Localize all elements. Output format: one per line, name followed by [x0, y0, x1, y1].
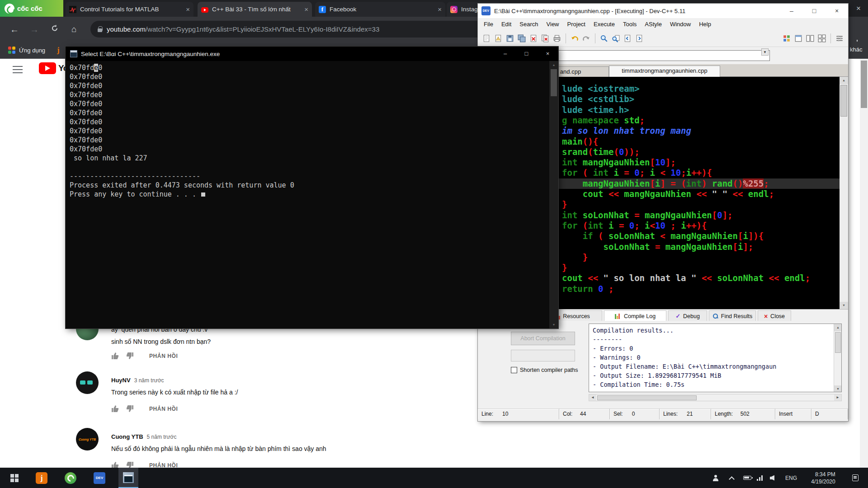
new-doc-icon[interactable] [481, 33, 492, 44]
tray-hidden-icons-chevron[interactable] [725, 468, 738, 488]
editor-tab-timmax[interactable]: timmaxtrongmangngaunhien.cpp [609, 66, 720, 77]
tab-close-icon[interactable]: × [438, 6, 442, 13]
menu-tools[interactable]: Tools [619, 21, 641, 28]
scroll-up-icon[interactable]: ▴ [840, 77, 848, 84]
tray-network-icon[interactable] [754, 468, 767, 488]
menu-project[interactable]: Project [563, 21, 590, 28]
close-all-icon[interactable] [540, 33, 551, 44]
tray-people-icon[interactable] [708, 468, 723, 488]
coccoc-menu-button[interactable]: cốc cốc [0, 0, 63, 17]
console-close-button[interactable]: × [537, 47, 558, 61]
scroll-right-icon[interactable]: ► [834, 394, 841, 401]
console-window[interactable]: Select E:\Bαi C++\timmaxtrongmangngaunhi… [66, 47, 558, 328]
browser-close-button[interactable]: × [852, 3, 865, 14]
reply-button[interactable]: PHẢN HỒI [149, 353, 178, 359]
combobox-dropdown-icon[interactable]: ▼ [761, 48, 769, 56]
print-icon[interactable] [552, 33, 562, 44]
notification-center-icon[interactable] [846, 468, 864, 488]
devcpp-close-button[interactable]: × [826, 4, 848, 18]
back-icon[interactable]: ← [10, 24, 19, 34]
like-icon[interactable] [111, 352, 119, 360]
reply-button[interactable]: PHẢN HỒI [149, 406, 178, 412]
page-scrollbar-thumb[interactable] [861, 61, 867, 108]
tray-battery-icon[interactable] [741, 468, 754, 488]
start-button[interactable] [5, 468, 24, 488]
console-scrollbar-thumb[interactable] [551, 69, 557, 96]
reload-icon[interactable] [51, 24, 59, 34]
devcpp-maximize-button[interactable]: □ [803, 4, 826, 18]
find-icon[interactable] [599, 33, 609, 44]
shorten-paths-checkbox[interactable] [511, 367, 517, 373]
devcpp-minimize-button[interactable]: – [780, 4, 803, 18]
scroll-down-icon[interactable]: ▾ [840, 302, 848, 309]
abort-compilation-button[interactable]: Abort Compilation [511, 332, 575, 345]
menu-edit[interactable]: Edit [497, 21, 515, 28]
bookmark-apps-label[interactable]: Ứng dụng [19, 47, 45, 54]
taskbar-app-orange[interactable]: j [32, 468, 52, 488]
scroll-up-icon[interactable]: ▴ [549, 61, 558, 69]
dislike-icon[interactable] [126, 352, 134, 360]
comment-avatar[interactable]: Cuong YTB [76, 428, 99, 450]
panel-tab-compile-log[interactable]: Compile Log [604, 310, 666, 321]
scroll-left-icon[interactable]: ◄ [589, 394, 596, 401]
window-grid-icon[interactable] [816, 33, 827, 44]
scroll-up-icon[interactable]: ▴ [834, 324, 842, 331]
options-sliders-icon[interactable] [834, 33, 845, 44]
redo-icon[interactable] [581, 33, 592, 44]
menu-file[interactable]: File [480, 21, 497, 28]
menu-hamburger-icon[interactable] [13, 66, 23, 73]
taskbar-devcpp-icon[interactable]: DEV [90, 468, 109, 488]
panel-tab-close[interactable]: ×Close [758, 310, 791, 321]
console-scrollbar[interactable]: ▴ ▾ [549, 61, 558, 328]
tray-volume-icon[interactable] [767, 468, 780, 488]
like-icon[interactable] [111, 405, 119, 413]
menu-search[interactable]: Search [515, 21, 542, 28]
save-all-icon[interactable] [516, 33, 527, 44]
bookmarks-more-label[interactable]: khác [850, 46, 862, 53]
find-in-files-icon[interactable] [610, 33, 621, 44]
undo-icon[interactable] [569, 33, 580, 44]
close-doc-icon[interactable] [528, 33, 539, 44]
console-maximize-button[interactable]: □ [516, 47, 537, 61]
youtube-logo[interactable]: YouTube [39, 61, 66, 74]
dislike-icon[interactable] [126, 405, 134, 413]
save-icon[interactable] [505, 33, 515, 44]
window-split-icon[interactable] [805, 33, 816, 44]
menu-view[interactable]: View [542, 21, 563, 28]
menu-astyle[interactable]: AStyle [641, 21, 666, 28]
page-prev-icon[interactable] [622, 33, 633, 44]
scroll-down-icon[interactable]: ▾ [834, 385, 842, 392]
page-scrollbar[interactable] [860, 59, 868, 468]
tray-clock[interactable]: 8:34 PM4/19/2020 [804, 468, 843, 488]
devcpp-titlebar[interactable]: DEV E:\Bài C++\timmaxtrongmangngaunhien.… [478, 4, 848, 18]
log-scrollbar-thumb[interactable] [835, 332, 841, 353]
taskbar-coccoc-icon[interactable] [61, 468, 80, 488]
tab-close-icon[interactable]: × [186, 6, 190, 13]
tab-close-icon[interactable]: × [304, 6, 308, 13]
apps-grid-icon[interactable] [8, 47, 15, 54]
page-next-icon[interactable] [634, 33, 645, 44]
panel-tab-find-results[interactable]: Find Results [709, 310, 756, 321]
log-horizontal-scrollbar[interactable]: ◄ ► [589, 394, 842, 401]
taskbar-console-icon[interactable] [118, 468, 138, 488]
browser-tab-1[interactable]: Control Tutorials for MATLAB× [66, 2, 193, 17]
browser-tab-2[interactable]: C++ Bài 33 - Tìm số lớn nhất× [198, 2, 312, 17]
menu-execute[interactable]: Execute [590, 21, 619, 28]
comment-author[interactable]: HuyNV [111, 377, 131, 384]
browser-tab-3[interactable]: fFacebook× [315, 2, 445, 17]
forward-icon[interactable]: → [30, 24, 39, 34]
home-icon[interactable]: ⌂ [71, 24, 76, 34]
compile-grid-icon[interactable] [781, 33, 792, 44]
console-minimize-button[interactable]: – [495, 47, 516, 61]
comment-author[interactable]: Cuong YTB [111, 433, 143, 440]
editor-scrollbar-thumb[interactable] [840, 85, 847, 117]
menu-help[interactable]: Help [695, 21, 715, 28]
comment-avatar[interactable] [76, 371, 99, 394]
open-doc-icon[interactable] [493, 33, 504, 44]
scroll-down-icon[interactable]: ▾ [549, 321, 558, 328]
console-output[interactable]: 0x70fde00x70fde00x70fde00x70fde00x70fde0… [66, 61, 558, 328]
tray-language[interactable]: ENG [781, 468, 801, 488]
log-hscroll-thumb[interactable] [597, 395, 697, 400]
bookmark-j[interactable]: j [57, 46, 60, 55]
compile-log-output[interactable]: Compilation results...--------- Errors: … [589, 324, 842, 392]
